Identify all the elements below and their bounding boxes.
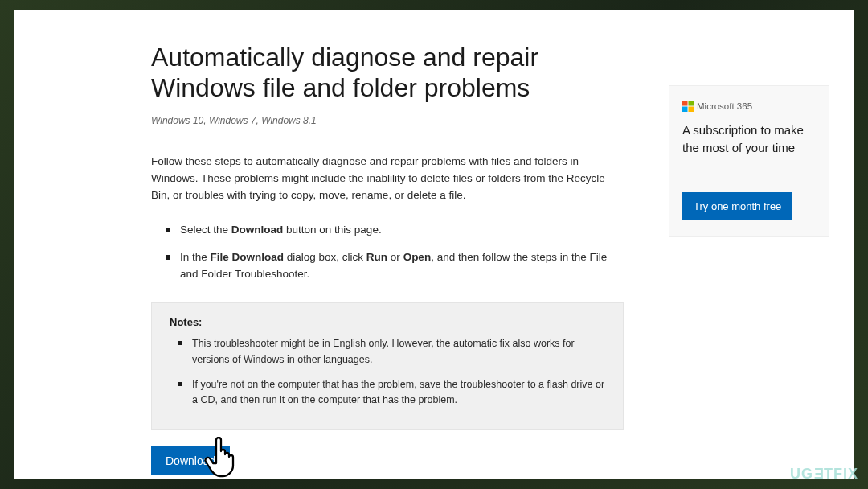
notes-heading: Notes: — [170, 316, 605, 328]
steps-list: Select the Download button on this page.… — [151, 222, 624, 284]
main-column: Automatically diagnose and repair Window… — [151, 42, 624, 463]
svg-rect-0 — [682, 101, 688, 106]
step-bold: Open — [403, 251, 432, 263]
step-text: or — [387, 251, 403, 263]
step-text: Select the — [180, 224, 231, 236]
svg-rect-2 — [682, 107, 688, 113]
step-bold: Run — [366, 251, 387, 263]
promo-logo-text: Microsoft 365 — [697, 101, 752, 111]
note-item: This troubleshooter might be in English … — [178, 336, 605, 368]
watermark: UGETFIX — [790, 466, 858, 483]
note-item: If you're not on the computer that has t… — [178, 377, 605, 409]
microsoft-logo-icon — [682, 101, 694, 112]
step-text: In the — [180, 251, 211, 263]
step-bold: Download — [231, 224, 284, 236]
notes-panel: Notes: This troubleshooter might be in E… — [151, 302, 624, 430]
intro-paragraph: Follow these steps to automatically diag… — [151, 154, 624, 204]
promo-sidebar: Microsoft 365 A subscription to make the… — [669, 85, 829, 237]
download-button[interactable]: Download — [151, 446, 230, 475]
page-title: Automatically diagnose and repair Window… — [151, 42, 624, 104]
step-text: dialog box, click — [284, 251, 366, 263]
microsoft-365-logo: Microsoft 365 — [682, 101, 816, 112]
page-card: Automatically diagnose and repair Window… — [14, 10, 854, 479]
svg-rect-1 — [689, 101, 694, 106]
try-free-button[interactable]: Try one month free — [682, 192, 792, 220]
step-2: In the File Download dialog box, click R… — [166, 249, 624, 283]
promo-description: A subscription to make the most of your … — [682, 121, 816, 157]
step-text: button on this page. — [283, 224, 381, 236]
svg-rect-3 — [689, 107, 694, 113]
notes-list: This troubleshooter might be in English … — [170, 336, 605, 409]
applies-to-subtitle: Windows 10, Windows 7, Windows 8.1 — [151, 115, 624, 126]
step-bold: File Download — [211, 251, 285, 263]
step-1: Select the Download button on this page. — [166, 222, 624, 239]
